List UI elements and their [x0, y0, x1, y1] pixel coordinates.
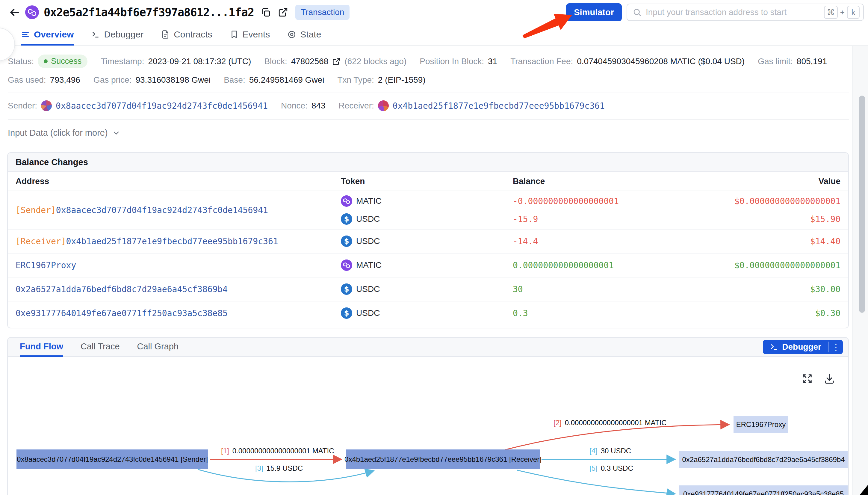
- copy-icon[interactable]: [260, 6, 271, 18]
- node-receiver[interactable]: 0x4b1aed25f1877e1e9fbecbd77eee95bb1679c3…: [346, 449, 540, 469]
- terminal-icon: [91, 30, 100, 39]
- search-placeholder: Input your transaction address to start: [646, 7, 824, 17]
- sender-avatar: [41, 100, 52, 111]
- status-label: Status:: [8, 57, 34, 66]
- tab-debugger[interactable]: Debugger: [91, 24, 143, 46]
- gas-limit-value: 805,191: [797, 57, 827, 66]
- fund-flow-graph: [1]0.000000000000000001 MATIC [2]0.00000…: [8, 357, 848, 495]
- document-icon: [161, 30, 170, 39]
- balance-changes-card: Balance Changes Address Token Balance Va…: [7, 152, 849, 328]
- scrollbar-thumb[interactable]: [859, 96, 865, 313]
- simulator-button[interactable]: Simulator: [566, 3, 622, 21]
- col-address: Address: [8, 176, 341, 186]
- nav-tabs: Overview Debugger Contracts Events State: [0, 24, 868, 46]
- base-fee-value: 56.249581469 Gwei: [249, 75, 324, 85]
- bookmark-icon: [230, 30, 239, 39]
- usdc-token-icon: $: [341, 284, 352, 295]
- token-symbol: USDC: [356, 214, 380, 224]
- fund-flow-header: Fund Flow Call Trace Call Graph Debugger…: [8, 338, 848, 357]
- node-0x2a6527[interactable]: 0x2a6527a1dda76bedf6bd8c7d29ae6a45cf3869…: [679, 451, 848, 468]
- transaction-type-badge: Transaction: [295, 5, 350, 20]
- top-header: 0x2e5a2f1a44bf6e7f397a8612...1fa2 Transa…: [0, 0, 868, 24]
- search-bar[interactable]: Input your transaction address to start …: [626, 4, 864, 21]
- edge-label-5: [5]0.3 USDC: [589, 464, 633, 473]
- fee-value: 0.074045903045960208 MATIC ($0.04 USD): [577, 57, 745, 66]
- usd-value: $30.00: [723, 282, 840, 296]
- address-link[interactable]: 0xe931777640149fe67ae0771ff250ac93a5c38e…: [16, 308, 228, 318]
- token-symbol: USDC: [356, 284, 380, 294]
- chevron-down-icon: [112, 129, 120, 137]
- balance-delta: -14.4: [513, 234, 723, 248]
- kebab-menu-icon[interactable]: ⋮: [829, 340, 843, 354]
- node-0xe93177[interactable]: 0xe931777640149fe67ae0771ff250ac93a5c38e…: [679, 485, 848, 495]
- balance-delta: 0.3: [513, 306, 723, 320]
- address-link[interactable]: 0x8aacec3d7077d04f19ac924d2743fc0de14569…: [56, 205, 268, 215]
- gas-used-label: Gas used:: [8, 75, 46, 85]
- fund-flow-card: Fund Flow Call Trace Call Graph Debugger…: [7, 337, 849, 495]
- usd-value: $14.40: [723, 234, 840, 248]
- state-icon: [287, 30, 296, 39]
- search-icon: [633, 8, 641, 17]
- matic-token-icon: [341, 195, 352, 207]
- tab-state[interactable]: State: [287, 24, 321, 46]
- node-erc1967proxy[interactable]: ERC1967Proxy: [733, 416, 788, 433]
- external-link-icon[interactable]: [277, 6, 289, 18]
- sender-label: Sender:: [8, 101, 37, 110]
- shortcut-plus: +: [840, 8, 845, 17]
- input-data-toggle[interactable]: Input Data (click for more): [0, 128, 856, 138]
- transaction-hash: 0x2e5a2f1a44bf6e7f397a8612...1fa2: [44, 6, 254, 19]
- table-row: [Receiver]0x4b1aed25f1877e1e9fbecbd77eee…: [8, 229, 848, 253]
- address-link[interactable]: 0x2a6527a1dda76bedf6bd8c7d29ae6a45cf3869…: [16, 284, 228, 294]
- receiver-tag: [Receiver]: [16, 236, 66, 246]
- debugger-split-button[interactable]: Debugger ⋮: [763, 340, 843, 354]
- tab-events[interactable]: Events: [230, 24, 270, 46]
- table-row: [Sender]0x8aacec3d7077d04f19ac924d2743fc…: [8, 191, 848, 229]
- tab-call-graph[interactable]: Call Graph: [137, 338, 179, 357]
- edge-label-3: [3]15.9 USDC: [255, 464, 303, 473]
- scrollbar-track[interactable]: [852, 46, 868, 495]
- block-label: Block:: [264, 57, 287, 66]
- edge-label-1: [1]0.000000000000000001 MATIC: [221, 447, 334, 455]
- gas-price-value: 93.316038198 Gwei: [136, 75, 211, 85]
- back-arrow-icon[interactable]: [8, 6, 21, 19]
- table-row: ERC1967Proxy MATIC 0.000000000000000001 …: [8, 253, 848, 277]
- receiver-address-link[interactable]: 0x4b1aed25f1877e1e9fbecbd77eee95bb1679c3…: [393, 101, 605, 111]
- usdc-token-icon: $: [341, 307, 352, 319]
- k-keycap: k: [847, 6, 860, 19]
- balance-delta: 30: [513, 282, 723, 296]
- cmd-keycap: ⌘: [824, 6, 838, 19]
- block-ago: (622 blocks ago): [344, 57, 406, 66]
- sender-tag: [Sender]: [16, 205, 56, 215]
- gas-limit-label: Gas limit:: [758, 57, 793, 66]
- tab-overview[interactable]: Overview: [21, 24, 74, 46]
- gas-used-value: 793,496: [50, 75, 80, 85]
- overview-meta: Status: Success Timestamp: 2023-09-21 08…: [0, 46, 856, 138]
- tab-call-trace[interactable]: Call Trace: [81, 338, 120, 357]
- token-symbol: USDC: [356, 236, 380, 246]
- address-link[interactable]: 0x4b1aed25f1877e1e9fbecbd77eee95bb1679c3…: [66, 236, 278, 246]
- usd-value: $15.90: [723, 212, 840, 226]
- tab-fund-flow[interactable]: Fund Flow: [20, 338, 63, 357]
- block-external-link-icon[interactable]: [332, 57, 340, 66]
- position-value: 31: [488, 57, 497, 66]
- edge-label-2: [2]0.000000000000000001 MATIC: [553, 419, 667, 427]
- gas-price-label: Gas price:: [93, 75, 132, 85]
- token-symbol: USDC: [356, 308, 380, 318]
- base-fee-label: Base:: [224, 75, 245, 85]
- contract-link[interactable]: ERC1967Proxy: [16, 260, 76, 270]
- usdc-token-icon: $: [341, 236, 352, 247]
- overview-icon: [21, 30, 30, 39]
- nonce-label: Nonce:: [281, 101, 307, 110]
- balance-changes-header-row: Address Token Balance Value: [8, 172, 848, 191]
- sender-address-link[interactable]: 0x8aacec3d7077d04f19ac924d2743fc0de14569…: [56, 101, 268, 111]
- timestamp-label: Timestamp:: [101, 57, 144, 66]
- table-row: 0x2a6527a1dda76bedf6bd8c7d29ae6a45cf3869…: [8, 277, 848, 301]
- usd-value: $0.30: [723, 306, 840, 320]
- polygon-chain-icon: [25, 5, 39, 19]
- tab-contracts[interactable]: Contracts: [161, 24, 212, 46]
- token-symbol: MATIC: [356, 196, 382, 206]
- table-row: 0xe931777640149fe67ae0771ff250ac93a5c38e…: [8, 301, 848, 325]
- mouse-cursor: [856, 485, 868, 495]
- node-sender[interactable]: 0x8aacec3d7077d04f19ac924d2743fc0de14569…: [16, 449, 208, 469]
- fund-flow-edges: [8, 357, 848, 495]
